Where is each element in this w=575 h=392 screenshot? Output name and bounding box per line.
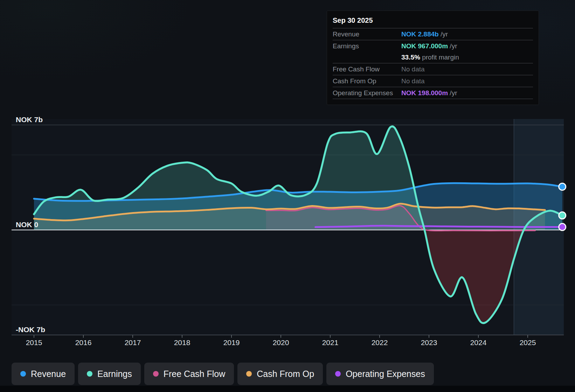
legend-label: Operating Expenses [346, 369, 425, 379]
tooltip-row-revenue: Revenue NOK 2.884b /yr [333, 28, 533, 40]
tooltip-profit-margin: 33.5% profit margin [401, 54, 533, 61]
y-axis-label-bottom: -NOK 7b [16, 326, 45, 334]
tooltip-date: Sep 30 2025 [333, 15, 533, 28]
tooltip-value-cfo: No data [401, 77, 533, 85]
y-axis-label-zero: NOK 0 [16, 220, 38, 229]
x-axis-label-2017: 2017 [125, 338, 141, 346]
legend-chip-revenue[interactable]: Revenue [12, 363, 75, 385]
tooltip-value-opex: NOK 198.000m [401, 89, 448, 97]
legend-label: Free Cash Flow [164, 369, 225, 379]
bottom-strip [0, 386, 575, 392]
tooltip-label: Revenue [333, 30, 401, 38]
tooltip-label: Operating Expenses [333, 89, 401, 97]
tooltip-label: Free Cash Flow [333, 65, 401, 73]
x-axis-label-2016: 2016 [75, 338, 92, 346]
tooltip-label: Cash From Op [333, 77, 401, 85]
legend-chip-operating-expenses[interactable]: Operating Expenses [326, 363, 434, 385]
x-axis-label-2024: 2024 [470, 338, 487, 346]
x-axis-label-2020: 2020 [273, 338, 289, 346]
y-axis-label-top: NOK 7b [16, 115, 43, 124]
cash-from-op-dot-icon [246, 371, 252, 377]
operating-expenses-dot-icon [335, 371, 341, 377]
legend-label: Earnings [97, 369, 132, 379]
tooltip-row-operating-expenses: Operating Expenses NOK 198.000m /yr [333, 87, 533, 99]
x-axis-label-2021: 2021 [322, 338, 339, 346]
tooltip-value-earnings: NOK 967.000m [401, 42, 448, 50]
tooltip-value-fcf: No data [401, 65, 533, 73]
legend-chip-earnings[interactable]: Earnings [78, 363, 141, 385]
tooltip-value-revenue: NOK 2.884b [401, 30, 439, 38]
legend-label: Revenue [31, 369, 66, 379]
chart-generated-layers [12, 119, 566, 338]
x-axis-label-2018: 2018 [174, 338, 190, 346]
tooltip-row-free-cash-flow: Free Cash Flow No data [333, 63, 533, 75]
chart-tooltip: Sep 30 2025 Revenue NOK 2.884b /yr Earni… [327, 10, 539, 105]
chart-legend: Revenue Earnings Free Cash Flow Cash Fro… [12, 363, 434, 385]
free-cash-flow-dot-icon [153, 371, 159, 377]
x-axis-label-2025: 2025 [520, 338, 536, 346]
x-axis-label-2015: 2015 [26, 338, 42, 346]
tooltip-label: Earnings [333, 42, 401, 50]
x-axis-label-2023: 2023 [421, 338, 437, 346]
earnings-dot-icon [87, 371, 92, 377]
legend-chip-free-cash-flow[interactable]: Free Cash Flow [144, 363, 234, 385]
legend-chip-cash-from-op[interactable]: Cash From Op [237, 363, 323, 385]
revenue-dot-icon [20, 371, 26, 377]
profit-history-page: NOK 7b NOK 0 -NOK 7b 2015 2016 2017 2018… [0, 0, 575, 392]
legend-label: Cash From Op [257, 369, 314, 379]
tooltip-row-earnings: Earnings NOK 967.000m /yr 33.5% profit m… [333, 40, 533, 63]
x-axis-label-2022: 2022 [372, 338, 388, 346]
tooltip-row-cash-from-op: Cash From Op No data [333, 75, 533, 87]
x-axis-label-2019: 2019 [223, 338, 240, 346]
